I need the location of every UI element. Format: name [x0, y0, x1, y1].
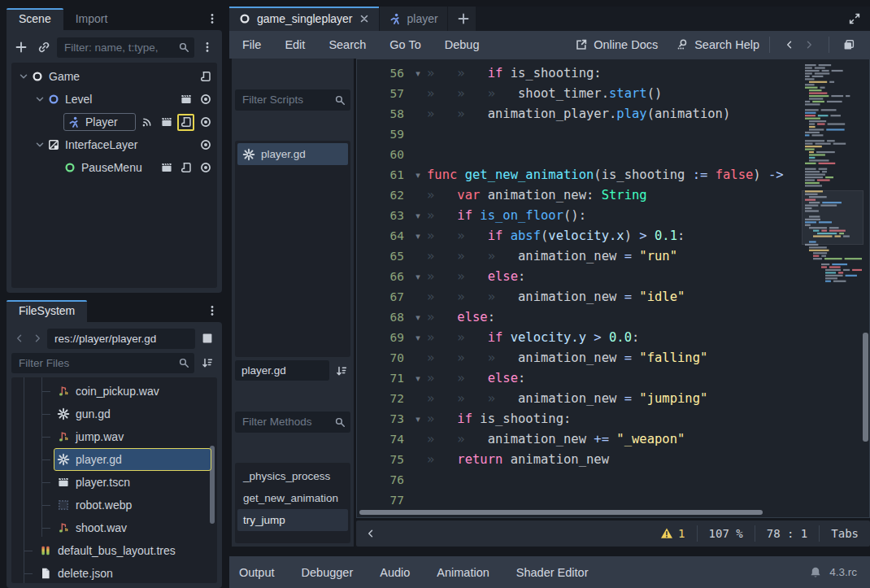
code-minimap[interactable] [803, 62, 862, 511]
file-row-default_bus_layout.tres[interactable]: default_bus_layout.tres [11, 539, 217, 562]
horizontal-scrollbar-thumb[interactable] [359, 510, 763, 515]
filter-scripts-input[interactable] [235, 89, 350, 111]
scene-tree-menu-button[interactable] [198, 37, 217, 57]
minimap-viewport[interactable] [802, 190, 863, 245]
code-line-75[interactable]: 75» return animation_new [362, 450, 869, 470]
line-number[interactable]: 64 [362, 226, 409, 246]
code-line-65[interactable]: 65» » » animation_new = "run" [362, 246, 869, 267]
expander-chevron-down-icon[interactable] [18, 71, 29, 82]
code-line-66[interactable]: 66▾» » else: [362, 267, 869, 287]
code-line-59[interactable]: 59 [362, 124, 869, 145]
tab-filesystem[interactable]: FileSystem [7, 300, 87, 322]
vertical-scrollbar-thumb[interactable] [863, 333, 868, 442]
bottom-tab-animation[interactable]: Animation [437, 566, 489, 579]
file-row-robot.webp[interactable]: robot.webp [11, 494, 217, 516]
vertical-scrollbar[interactable] [863, 61, 868, 507]
file-row-player.gd[interactable]: player.gd [11, 448, 217, 471]
scene-tree-row-player[interactable]: Player [11, 111, 217, 133]
line-number[interactable]: 69 [362, 328, 409, 348]
bell-icon[interactable] [809, 566, 822, 579]
method-item-get_new_animation[interactable]: get_new_animation [237, 487, 348, 509]
line-number[interactable]: 58 [362, 104, 409, 124]
line-number[interactable]: 70 [362, 348, 409, 368]
file-row-delete.json[interactable]: delete.json [11, 562, 217, 583]
fold-arrow-icon[interactable]: ▾ [409, 206, 427, 226]
menu-edit[interactable]: Edit [285, 38, 305, 51]
file-row-jump.wav[interactable]: jump.wav [11, 425, 217, 448]
code-editor[interactable]: 56▾» » if is_shooting:57» » » shoot_time… [356, 59, 870, 518]
fold-arrow-icon[interactable]: ▾ [409, 328, 427, 348]
collapse-scripts-panel-button[interactable] [363, 524, 379, 543]
bottom-tab-debugger[interactable]: Debugger [302, 566, 354, 579]
fold-arrow-icon[interactable]: ▾ [409, 307, 427, 328]
menu-search[interactable]: Search [328, 38, 366, 51]
make-floating-button[interactable] [839, 35, 859, 54]
instance-scene-button[interactable] [34, 37, 54, 57]
tab-import[interactable]: Import [63, 8, 120, 30]
method-item-_physics_process[interactable]: _physics_process [237, 465, 348, 487]
bottom-tab-output[interactable]: Output [239, 566, 275, 579]
code-line-61[interactable]: 61▾func get_new_animation(is_shooting :=… [362, 165, 869, 185]
expander-chevron-down-icon[interactable] [34, 139, 46, 150]
line-number[interactable]: 56 [362, 63, 409, 84]
line-number[interactable]: 62 [362, 185, 409, 206]
filesystem-dock-menu-button[interactable] [202, 301, 222, 320]
fs-split-mode-button[interactable] [198, 329, 217, 348]
filter-methods-input[interactable] [235, 412, 350, 433]
code-line-56[interactable]: 56▾» » if is_shooting: [362, 63, 869, 84]
fs-sort-button[interactable] [198, 353, 217, 372]
zoom-level[interactable]: 107 % [709, 527, 743, 540]
fs-back-button[interactable] [11, 329, 27, 348]
online-docs-button[interactable]: Online Docs [575, 38, 658, 51]
history-back-button[interactable] [780, 35, 799, 54]
line-number[interactable]: 63 [362, 206, 409, 226]
file-row-shoot.wav[interactable]: shoot.wav [11, 516, 217, 539]
new-scene-tab-button[interactable] [448, 7, 476, 31]
code-line-58[interactable]: 58» » animation_player.play(animation) [362, 104, 869, 124]
line-number[interactable]: 76 [362, 470, 409, 490]
fold-arrow-icon[interactable]: ▾ [409, 226, 427, 246]
line-number[interactable]: 57 [362, 84, 409, 104]
code-line-74[interactable]: 74» » animation_new += "_weapon" [362, 429, 869, 450]
line-number[interactable]: 71 [362, 368, 409, 389]
open-scene-button[interactable] [158, 159, 175, 176]
menu-go-to[interactable]: Go To [389, 38, 420, 51]
signal-button[interactable] [138, 114, 155, 131]
visibility-button[interactable] [197, 91, 214, 108]
code-line-76[interactable]: 76 [362, 470, 869, 490]
code-line-70[interactable]: 70» » » animation_new = "falling" [362, 348, 869, 368]
code-line-60[interactable]: 60 [362, 145, 869, 165]
line-number[interactable]: 65 [362, 246, 409, 267]
line-number[interactable]: 73 [362, 409, 409, 429]
line-column-indicator[interactable]: 78 : 1 [767, 527, 808, 540]
scene-dock-menu-button[interactable] [202, 9, 222, 28]
menu-file[interactable]: File [242, 38, 261, 51]
scene-tab-player[interactable]: player [380, 7, 447, 31]
methods-sort-button[interactable] [333, 361, 350, 381]
line-number[interactable]: 67 [362, 287, 409, 307]
fs-forward-button[interactable] [29, 329, 45, 348]
scene-filter-input[interactable] [57, 37, 194, 58]
fold-arrow-icon[interactable]: ▾ [409, 165, 427, 185]
file-row-coin_pickup.wav[interactable]: coin_pickup.wav [11, 380, 217, 403]
line-number[interactable]: 75 [362, 450, 409, 470]
code-line-71[interactable]: 71▾» » else: [362, 368, 869, 389]
scene-tree-row-game[interactable]: Game [11, 65, 217, 88]
menu-debug[interactable]: Debug [445, 38, 480, 51]
line-number[interactable]: 68 [362, 307, 409, 328]
file-row-gun.gd[interactable]: gun.gd [11, 403, 217, 425]
fold-arrow-icon[interactable]: ▾ [409, 267, 427, 287]
scene-tree-row-level[interactable]: Level [11, 88, 217, 111]
line-number[interactable]: 74 [362, 429, 409, 450]
method-item-try_jump[interactable]: try_jump [237, 509, 348, 531]
script-item-player.gd[interactable]: player.gd [237, 143, 348, 165]
tab-scene[interactable]: Scene [7, 8, 63, 30]
scene-tree-row-interfacelayer[interactable]: InterfaceLayer [11, 133, 217, 156]
open-scene-button[interactable] [177, 91, 194, 108]
add-node-button[interactable] [11, 37, 31, 57]
distraction-free-button[interactable] [839, 7, 870, 31]
line-number[interactable]: 61 [362, 165, 409, 185]
visibility-button[interactable] [197, 114, 214, 131]
code-line-64[interactable]: 64▾» » if absf(velocity.x) > 0.1: [362, 226, 869, 246]
code-line-73[interactable]: 73▾» if is_shooting: [362, 409, 869, 429]
